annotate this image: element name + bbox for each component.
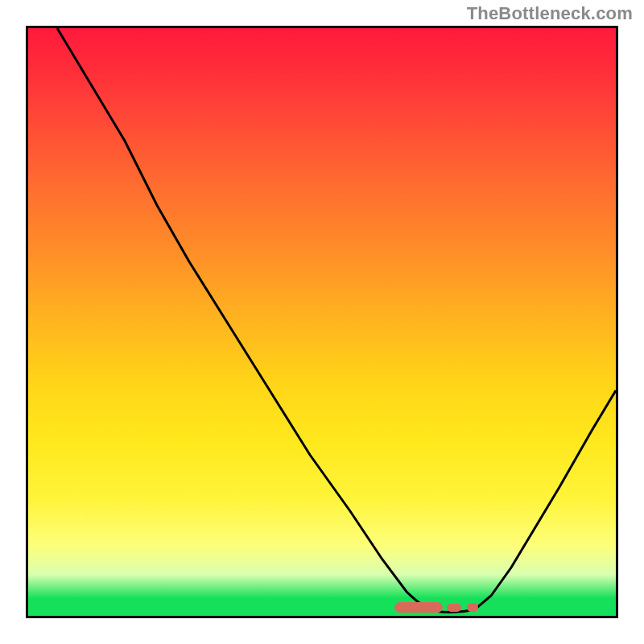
watermark-text: TheBottleneck.com [467, 3, 633, 24]
bottleneck-curve [28, 28, 616, 616]
optimal-marker-dot-1 [447, 604, 461, 612]
optimal-marker-main [394, 602, 443, 613]
plot-area [26, 26, 618, 618]
chart-frame: TheBottleneck.com [0, 0, 644, 644]
optimal-marker-dot-2 [467, 603, 478, 612]
